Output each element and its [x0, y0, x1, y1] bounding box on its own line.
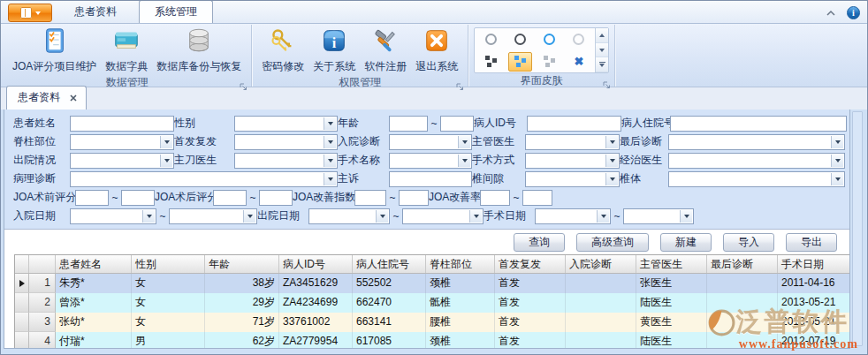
surgery-method-select[interactable]	[525, 153, 620, 169]
discharge-date-select[interactable]	[308, 208, 390, 224]
ribbon-button-label: 数据库备份与恢复	[156, 59, 241, 74]
treating-doctor-select[interactable]	[668, 153, 845, 169]
table-row[interactable]: 3张幼*女71岁33761002663141腰椎首发黄医生2013-05-21	[15, 313, 850, 332]
row-indicator-header	[15, 255, 29, 273]
chevron-down-icon	[458, 136, 470, 148]
final-diagnosis-select[interactable]	[668, 134, 845, 150]
table-row[interactable]: 2曾添*女29岁ZA4234699662470骶椎首发陆医生2013-05-21	[15, 293, 850, 313]
ribbon-button-data-dictionary[interactable]: 数据字典	[101, 26, 152, 75]
export-button[interactable]: 导出	[786, 233, 837, 252]
first-or-recurrence-select[interactable]	[234, 134, 338, 150]
ribbon-button-password-change[interactable]: 密码修改	[257, 26, 308, 75]
surgery-name-select[interactable]	[389, 153, 472, 169]
table-cell: 2011-04-16	[778, 274, 850, 293]
column-header-6[interactable]: 脊柱部位	[426, 255, 495, 273]
app-menu-button[interactable]	[8, 4, 52, 22]
pathology-diagnosis-select[interactable]	[70, 171, 338, 187]
skin-option-6[interactable]	[508, 52, 532, 72]
gender-select[interactable]	[234, 116, 338, 132]
table-cell: 朱秀*	[56, 274, 132, 293]
skin-option-3[interactable]	[537, 30, 561, 49]
vertebral-body-select[interactable]	[668, 171, 845, 187]
joa-improve-rate-input[interactable]	[480, 190, 510, 206]
help-icon[interactable]: i	[847, 6, 860, 19]
age-input[interactable]	[389, 116, 428, 132]
content-area: 患者姓名性别年龄~病人ID号病人住院号脊柱部位首发复发入院诊断主管医生最后诊断出…	[1, 110, 867, 353]
column-header-1[interactable]: 患者姓名	[56, 255, 132, 273]
discharge-status-select[interactable]	[70, 153, 174, 169]
ribbon-button-joa-score-maintenance[interactable]: JOA评分项目维护	[8, 26, 101, 75]
spine-part-label: 脊柱部位	[13, 134, 70, 149]
column-header-7[interactable]: 首发复发	[495, 255, 566, 273]
table-cell	[707, 332, 778, 349]
patient-id-input[interactable]	[527, 116, 621, 132]
admission-date-select[interactable]	[70, 208, 156, 224]
first-or-recurrence-label: 首发复发	[174, 134, 234, 149]
discharge-date-select[interactable]	[402, 208, 483, 224]
dialog-launcher-icon[interactable]	[240, 79, 247, 87]
admission-date-select[interactable]	[169, 208, 257, 224]
column-header-9[interactable]: 主管医生	[636, 255, 707, 273]
gallery-scroll-up-button[interactable]	[596, 28, 608, 43]
row-indicator-cell	[15, 332, 29, 349]
skin-option-2[interactable]	[508, 30, 532, 49]
table-row[interactable]: 1朱秀*女38岁ZA3451629552502颈椎首发张医生2011-04-16	[15, 274, 850, 293]
gallery-scroll-down-button[interactable]	[596, 43, 608, 58]
column-header-3[interactable]: 年龄	[205, 255, 279, 273]
table-cell: 曾添*	[56, 293, 132, 313]
skin-option-4[interactable]	[567, 30, 590, 49]
ribbon-tab-patient-data[interactable]: 患者资料	[59, 1, 132, 23]
skin-option-1[interactable]	[479, 30, 503, 49]
joa-pre-score-input[interactable]	[75, 190, 109, 206]
column-header-5[interactable]: 病人住院号	[353, 255, 426, 273]
attending-doctor-select[interactable]	[525, 134, 620, 150]
import-button[interactable]: 导入	[723, 233, 774, 252]
joa-pre-score-input[interactable]	[121, 190, 155, 206]
joa-post-score-input[interactable]	[259, 190, 293, 206]
skin-blocks-icon	[544, 56, 556, 67]
skin-option-8[interactable]: ✖	[567, 52, 590, 72]
column-header-8[interactable]: 入院诊断	[566, 255, 636, 273]
new-button[interactable]: 新建	[660, 233, 712, 252]
ribbon-button-database-backup-restore[interactable]: 数据库备份与恢复	[152, 26, 246, 75]
gallery-expand-button[interactable]	[596, 57, 608, 72]
joa-improve-rate-input[interactable]	[522, 190, 552, 206]
table-cell: 张幼*	[56, 313, 132, 332]
column-header-4[interactable]: 病人ID号	[279, 255, 353, 273]
dialog-launcher-icon[interactable]	[603, 77, 611, 85]
ribbon-tab-system-management[interactable]: 系统管理	[139, 0, 213, 23]
intervertebral-space-select[interactable]	[525, 171, 620, 187]
chief-surgeon-select[interactable]	[234, 153, 338, 169]
column-header-11[interactable]: 手术日期	[778, 255, 850, 273]
chevron-down-icon	[324, 173, 336, 185]
search-button[interactable]: 查询	[514, 233, 565, 252]
chief-complaint-input[interactable]	[389, 171, 472, 187]
admission-diagnosis-select[interactable]	[389, 134, 472, 150]
spine-part-select[interactable]	[70, 134, 174, 150]
surgery-date-select[interactable]	[623, 208, 694, 224]
admission-no-input[interactable]	[670, 116, 847, 132]
skin-option-7[interactable]	[537, 52, 561, 72]
column-header-2[interactable]: 性别	[132, 255, 205, 273]
joa-improve-index-input[interactable]	[399, 190, 429, 206]
advanced-search-button[interactable]: 高级查询	[576, 233, 649, 252]
vertical-scrollbar[interactable]	[852, 111, 863, 346]
table-cell: 首发	[495, 332, 566, 349]
column-header-10[interactable]: 最后诊断	[707, 255, 778, 273]
skin-x-icon: ✖	[574, 56, 583, 67]
document-tab-patient-data[interactable]: 患者资料	[6, 86, 87, 110]
collapse-ribbon-icon[interactable]	[826, 4, 836, 20]
patient-name-input[interactable]	[70, 116, 174, 132]
surgery-date-select[interactable]	[535, 208, 611, 224]
joa-post-score-input[interactable]	[213, 190, 247, 206]
joa-improve-index-input[interactable]	[354, 190, 386, 206]
skin-option-5[interactable]	[479, 52, 503, 72]
dialog-launcher-icon[interactable]	[456, 79, 464, 87]
ribbon-button-software-registration[interactable]: 软件注册	[360, 26, 411, 75]
age-input[interactable]	[440, 116, 474, 132]
ribbon-button-about-system[interactable]: i关于系统	[308, 26, 360, 75]
chief-complaint-label: 主诉	[338, 171, 389, 186]
table-row[interactable]: 4付瑞*男62岁ZA2779954617085颈椎首发陆医生2012-07-19	[15, 332, 850, 349]
ribbon-button-exit-system[interactable]: 退出系统	[411, 26, 462, 75]
close-icon[interactable]	[70, 94, 77, 102]
